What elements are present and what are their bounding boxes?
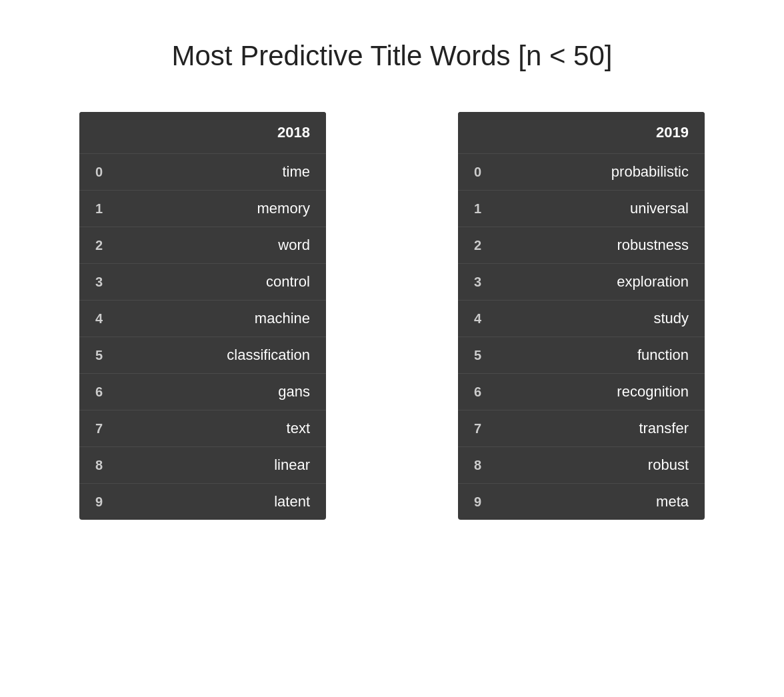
row-value: transfer (501, 420, 689, 437)
table-row: 6gans (79, 374, 326, 410)
row-index: 6 (95, 384, 122, 400)
row-index: 4 (474, 311, 501, 327)
table-row: 5classification (79, 337, 326, 374)
table-row: 8robust (458, 447, 705, 484)
row-value: text (122, 420, 310, 437)
row-value: memory (122, 200, 310, 217)
table-row: 3control (79, 264, 326, 301)
table-row: 9meta (458, 484, 705, 520)
table-row: 8linear (79, 447, 326, 484)
row-index: 9 (95, 494, 122, 510)
row-index: 1 (95, 201, 122, 217)
table-row: 1memory (79, 191, 326, 227)
row-index: 5 (95, 348, 122, 363)
row-index: 9 (474, 494, 501, 510)
row-index: 6 (474, 384, 501, 400)
row-value: probabilistic (501, 163, 689, 181)
row-value: control (122, 273, 310, 291)
row-index: 5 (474, 348, 501, 363)
table-2019-header: 2019 (458, 112, 705, 154)
table-row: 5function (458, 337, 705, 374)
row-value: linear (122, 456, 310, 474)
row-value: gans (122, 383, 310, 400)
row-index: 3 (474, 275, 501, 290)
table-2018-header: 2018 (79, 112, 326, 154)
row-index: 8 (95, 458, 122, 473)
row-value: study (501, 310, 689, 327)
table-row: 7text (79, 410, 326, 447)
row-index: 1 (474, 201, 501, 217)
table-row: 2robustness (458, 227, 705, 264)
row-index: 4 (95, 311, 122, 327)
table-row: 0probabilistic (458, 154, 705, 191)
row-index: 2 (474, 238, 501, 253)
row-value: exploration (501, 273, 689, 291)
row-index: 8 (474, 458, 501, 473)
page-title: Most Predictive Title Words [n < 50] (172, 40, 613, 72)
row-value: robust (501, 456, 689, 474)
row-value: time (122, 163, 310, 181)
row-value: meta (501, 493, 689, 510)
table-row: 2word (79, 227, 326, 264)
table-row: 0time (79, 154, 326, 191)
row-index: 2 (95, 238, 122, 253)
table-row: 1universal (458, 191, 705, 227)
row-value: robustness (501, 237, 689, 254)
table-row: 3exploration (458, 264, 705, 301)
table-2018: 2018 0time1memory2word3control4machine5c… (79, 112, 326, 520)
table-row: 9latent (79, 484, 326, 520)
row-index: 7 (95, 421, 122, 436)
table-2019: 2019 0probabilistic1universal2robustness… (458, 112, 705, 520)
table-row: 4machine (79, 301, 326, 337)
row-value: machine (122, 310, 310, 327)
row-value: recognition (501, 383, 689, 400)
row-value: classification (122, 347, 310, 364)
row-value: universal (501, 200, 689, 217)
table-row: 6recognition (458, 374, 705, 410)
row-index: 3 (95, 275, 122, 290)
row-index: 7 (474, 421, 501, 436)
table-row: 7transfer (458, 410, 705, 447)
row-index: 0 (95, 165, 122, 180)
row-value: latent (122, 493, 310, 510)
row-value: function (501, 347, 689, 364)
tables-container: 2018 0time1memory2word3control4machine5c… (13, 112, 771, 520)
row-value: word (122, 237, 310, 254)
table-row: 4study (458, 301, 705, 337)
row-index: 0 (474, 165, 501, 180)
